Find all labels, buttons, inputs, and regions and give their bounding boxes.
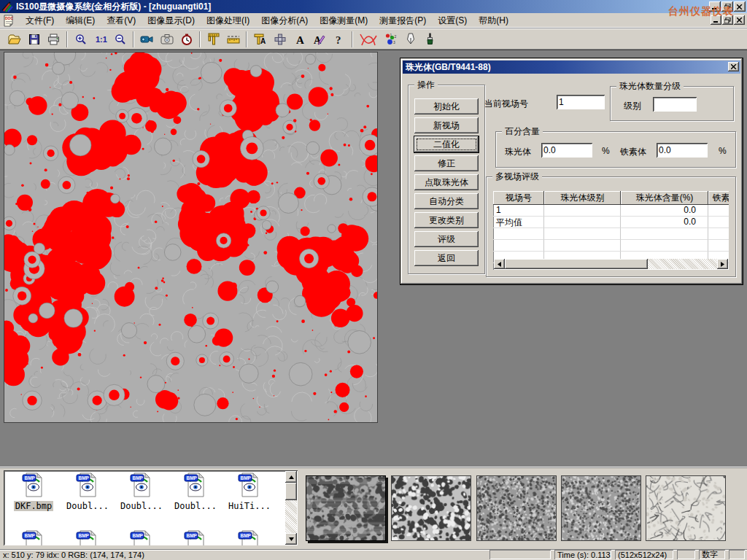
file-name[interactable]: Doubl... (119, 501, 164, 511)
vscroll-thumb[interactable] (285, 483, 297, 500)
correct-button[interactable]: 修正 (414, 155, 479, 171)
menu-image-measure[interactable]: 图像测量(M) (314, 13, 374, 28)
dialog-title-bar[interactable]: 珠光体(GB/T9441-88) (403, 61, 740, 74)
measure-annotate-button[interactable]: A (250, 30, 270, 48)
init-button[interactable]: 初始化 (414, 98, 479, 114)
maximize-button[interactable] (721, 1, 733, 12)
menu-view[interactable]: 查看(V) (101, 13, 142, 28)
menu-measure-report[interactable]: 测量报告(P) (374, 13, 432, 28)
table-hscrollbar[interactable] (494, 259, 728, 269)
curve-tool-button[interactable] (356, 30, 381, 48)
mdi-minimize-button[interactable] (711, 15, 721, 25)
file-item[interactable]: BMP DKF.bmp (8, 472, 59, 511)
close-button[interactable] (734, 1, 746, 12)
bmp-file-icon: BMP (238, 530, 261, 545)
zoom-out-button[interactable] (110, 30, 130, 48)
annotate-tool-button[interactable]: A (309, 30, 329, 48)
table-row[interactable]: 1 0.0 (493, 205, 729, 217)
pearlite-label: 珠光体 (505, 146, 531, 158)
print-button[interactable] (44, 30, 63, 48)
classify-tool-button[interactable]: 1 2 3 (381, 30, 400, 48)
cursor-position-readout: x: 510 y: 79 idx: 0 RGB: (174, 174, 174) (3, 551, 144, 559)
return-button[interactable]: 返回 (414, 250, 479, 266)
menu-file[interactable]: 文件(F) (20, 13, 60, 28)
status-panel-empty (729, 550, 745, 559)
caliper-measure-button[interactable] (204, 30, 223, 48)
scroll-right-button[interactable] (717, 259, 728, 269)
hscroll-thumb[interactable] (505, 259, 648, 269)
help-button[interactable]: ? (329, 30, 349, 48)
pearlite-dialog: 珠光体(GB/T9441-88) 操作 初始化 新视场 二值化 修正 点取珠光体… (400, 58, 743, 285)
file-name[interactable]: HuiTi... (227, 501, 272, 511)
menu-settings[interactable]: 设置(S) (432, 13, 473, 28)
save-button[interactable] (24, 30, 44, 48)
rate-button[interactable]: 评级 (414, 231, 479, 247)
file-item[interactable]: BMP (116, 530, 167, 545)
file-item[interactable]: BMP (62, 530, 113, 545)
current-field-input[interactable] (557, 95, 605, 109)
minimize-button[interactable] (709, 1, 721, 12)
menu-help[interactable]: 帮助(H) (473, 13, 514, 28)
file-item[interactable]: BMP (8, 530, 59, 545)
ferrite-percent-input[interactable] (657, 143, 708, 158)
grade-input[interactable] (653, 97, 697, 112)
file-item[interactable]: BMP Doubl... (170, 472, 221, 511)
file-item[interactable]: BMP HuiTi... (224, 472, 275, 511)
pearlite-percent-input[interactable] (541, 143, 592, 158)
header-pearlite-content: 珠光体含量(%) (621, 191, 708, 205)
pen-tool-button[interactable] (400, 30, 420, 48)
svg-text:BMP: BMP (133, 533, 144, 538)
scroll-left-button[interactable] (494, 259, 505, 269)
mdi-minimize-icon (713, 18, 719, 23)
title-bar: IS100显微摄像系统(金相分析版) - [zhuguangti01] (0, 0, 747, 13)
svg-text:BMP: BMP (133, 475, 144, 481)
table-row[interactable]: 平均值 0.0 (493, 217, 729, 228)
timer-button[interactable] (177, 30, 196, 48)
svg-text:BMP: BMP (25, 475, 36, 481)
video-camera-icon (140, 34, 154, 44)
mdi-restore-button[interactable] (722, 15, 733, 25)
svg-text:1: 1 (390, 33, 392, 37)
svg-text:BMP: BMP (79, 475, 90, 481)
grid-tool-button[interactable] (270, 30, 290, 48)
file-name[interactable]: Doubl... (65, 501, 110, 511)
status-bar: x: 510 y: 79 idx: 0 RGB: (174, 174, 174)… (0, 549, 747, 560)
thumbnail-3[interactable] (476, 475, 557, 541)
file-item[interactable]: BMP Doubl... (62, 472, 113, 511)
ruler-icon (227, 34, 240, 44)
file-item[interactable]: BMP (224, 530, 275, 545)
mdi-close-button[interactable] (734, 15, 745, 25)
micrograph-image[interactable] (4, 52, 377, 422)
close-icon (737, 4, 743, 9)
auto-classify-button[interactable]: 自动分类 (414, 193, 479, 209)
text-tool-button[interactable]: A (290, 30, 309, 48)
actual-size-button[interactable]: 1:1 (90, 30, 110, 48)
menu-edit[interactable]: 编辑(E) (60, 13, 101, 28)
binarize-button[interactable]: 二值化 (414, 136, 479, 152)
thumbnail-5[interactable] (646, 475, 726, 541)
open-file-button[interactable] (4, 30, 24, 48)
new-field-button[interactable]: 新视场 (414, 117, 479, 133)
thumbnail-4[interactable] (561, 475, 641, 541)
zoom-in-button[interactable] (71, 30, 90, 48)
file-list-vscrollbar[interactable] (285, 471, 297, 545)
pick-pearlite-button[interactable]: 点取珠光体 (414, 174, 479, 190)
file-name[interactable]: DKF.bmp (14, 501, 54, 511)
scroll-down-button[interactable] (285, 533, 297, 545)
arrow-up-icon (289, 475, 294, 479)
thumbnail-2[interactable] (391, 475, 471, 541)
file-item[interactable]: BMP (170, 530, 221, 545)
dialog-close-button[interactable] (728, 62, 739, 71)
change-class-button[interactable]: 更改类别 (414, 212, 479, 228)
file-name[interactable]: Doubl... (173, 501, 218, 511)
menu-image-analysis[interactable]: 图像分析(A) (255, 13, 314, 28)
scroll-up-button[interactable] (285, 471, 297, 483)
ruler-measure-button[interactable] (223, 30, 243, 48)
photo-capture-button[interactable] (157, 30, 177, 48)
thumbnail-1[interactable] (306, 475, 386, 541)
menu-image-display[interactable]: 图像显示(D) (142, 13, 201, 28)
brush-tool-button[interactable] (420, 30, 440, 48)
video-capture-button[interactable] (137, 30, 157, 48)
menu-image-processing[interactable]: 图像处理(I) (201, 13, 255, 28)
file-item[interactable]: BMP Doubl... (116, 472, 167, 511)
